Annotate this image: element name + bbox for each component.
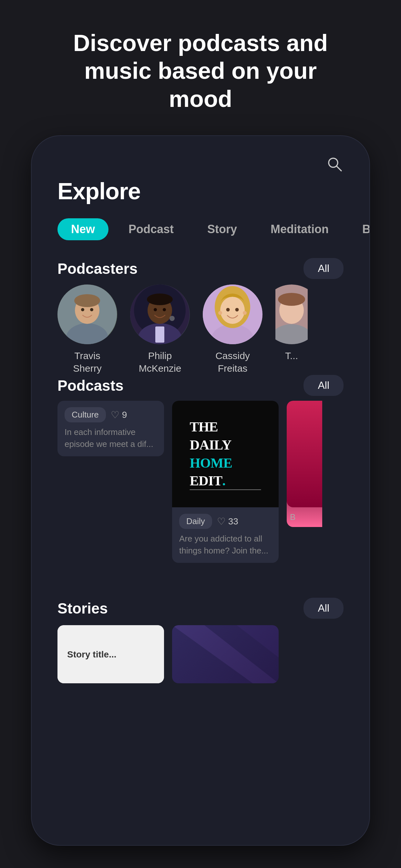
podcasters-row: Travis Sherry	[58, 284, 308, 375]
story-card-2[interactable]	[172, 625, 279, 683]
podcast-card-partial[interactable]: B	[287, 401, 322, 527]
svg-point-7	[81, 308, 84, 311]
hero-text: Discover podcasts and music based on you…	[55, 29, 346, 113]
page-title: Explore	[58, 178, 141, 205]
svg-point-17	[169, 316, 175, 321]
tab-meditation[interactable]: Meditation	[257, 218, 342, 240]
podcasters-section-header: Podcasters All	[58, 258, 343, 279]
svg-point-23	[218, 311, 222, 315]
tab-story[interactable]: Story	[194, 218, 251, 240]
heart-icon: ♡	[111, 409, 120, 421]
podcast-daily-home-desc: Are you addicted to all things home? Joi…	[179, 533, 272, 556]
avatar-travis	[58, 284, 117, 344]
svg-rect-77	[172, 625, 279, 683]
svg-point-28	[275, 324, 308, 344]
podcast-daily-tag: Daily	[179, 514, 212, 529]
podcaster-fourth[interactable]: T...	[275, 284, 308, 362]
svg-rect-12	[155, 327, 164, 343]
avatar-cassidy	[203, 284, 263, 344]
avatar-fourth	[275, 284, 308, 344]
svg-text:THE: THE	[190, 420, 218, 435]
svg-point-30	[278, 293, 305, 306]
podcaster-travis-name: Travis Sherry	[73, 349, 101, 375]
tab-boo[interactable]: Boo...	[349, 218, 369, 240]
phone-frame: Explore New Podcast Story Meditation Boo…	[31, 135, 370, 846]
avatar-philip	[130, 284, 190, 344]
search-icon[interactable]	[326, 155, 343, 175]
svg-point-22	[220, 297, 245, 324]
svg-text:EDIT.: EDIT.	[190, 473, 226, 489]
svg-point-6	[74, 294, 100, 307]
svg-point-24	[243, 311, 247, 315]
svg-point-26	[235, 308, 239, 312]
svg-line-1	[336, 166, 341, 171]
svg-text:DAILY: DAILY	[190, 437, 232, 453]
stories-section-header: Stories All	[58, 598, 343, 619]
svg-point-8	[90, 308, 93, 311]
filter-tabs: New Podcast Story Meditation Boo...	[58, 218, 369, 240]
stories-all-button[interactable]: All	[304, 598, 343, 619]
podcasters-all-button[interactable]: All	[304, 258, 343, 279]
story-card-1[interactable]: Story title...	[58, 625, 164, 683]
svg-point-15	[154, 308, 157, 311]
podcast-cover-daily-home: THE DAILY HOME EDIT.	[172, 401, 279, 507]
podcaster-cassidy-name: Cassidy Freitas	[215, 349, 250, 375]
podcasts-title: Podcasts	[58, 377, 124, 394]
podcast-good-influence-likes: ♡ 9	[111, 409, 127, 421]
podcasters-title: Podcasters	[58, 260, 137, 277]
svg-point-16	[163, 308, 166, 311]
stories-row: Story title...	[58, 625, 279, 683]
svg-point-25	[226, 308, 230, 312]
tab-podcast[interactable]: Podcast	[115, 218, 187, 240]
podcast-culture-tag: Culture	[65, 407, 106, 423]
heart-icon-2: ♡	[217, 516, 226, 527]
svg-text:Story title...: Story title...	[67, 649, 116, 659]
podcast-good-influence-desc: In each informative episode we meet a di…	[65, 426, 157, 450]
podcast-daily-home-footer: Daily ♡ 33 Are you addicted to all thing…	[172, 507, 279, 563]
podcasts-row: ★ ★ ★ ★ ★ 💡 G O O	[58, 401, 322, 563]
podcast-good-influence-footer: Culture ♡ 9 In each informative episode …	[58, 401, 164, 456]
svg-point-14	[147, 293, 173, 305]
stories-title: Stories	[58, 600, 108, 617]
podcaster-philip[interactable]: Philip McKenzie	[130, 284, 190, 375]
svg-text:HOME: HOME	[190, 455, 232, 470]
podcasts-section-header: Podcasts All	[58, 375, 343, 396]
podcast-daily-home-likes: ♡ 33	[217, 516, 238, 527]
podcaster-cassidy[interactable]: Cassidy Freitas	[203, 284, 263, 375]
podcasts-all-button[interactable]: All	[304, 375, 343, 396]
podcast-card-good-influence[interactable]: ★ ★ ★ ★ ★ 💡 G O O	[58, 401, 164, 456]
podcaster-travis[interactable]: Travis Sherry	[58, 284, 117, 375]
tab-new[interactable]: New	[58, 218, 109, 240]
podcaster-fourth-name: T...	[275, 349, 308, 362]
podcast-card-daily-home[interactable]: THE DAILY HOME EDIT. Daily	[172, 401, 279, 563]
podcaster-philip-name: Philip McKenzie	[139, 349, 181, 375]
